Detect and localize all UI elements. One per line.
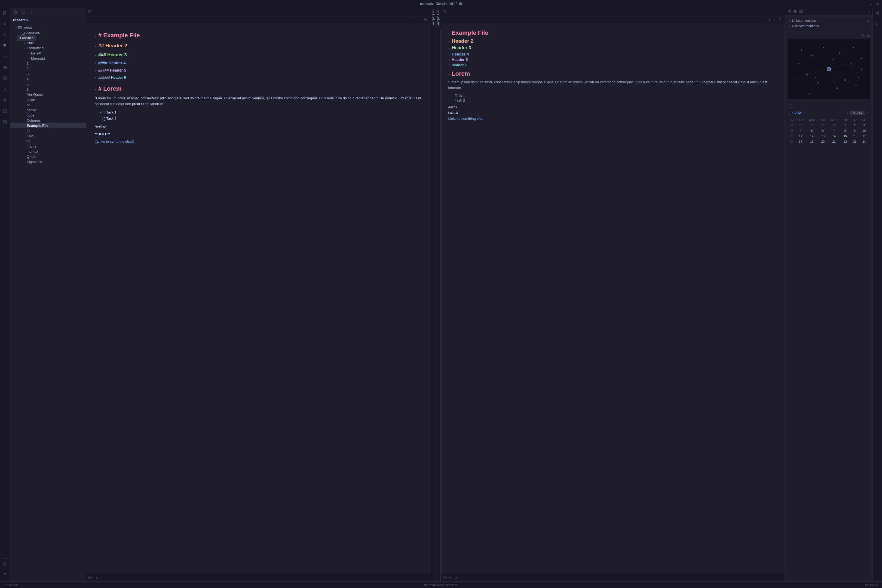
editor-tab-vertical[interactable]: Example File: [430, 8, 435, 30]
cal-day-20[interactable]: 20: [818, 139, 828, 144]
tree-item-notes[interactable]: ▸ notes Footlinks: [10, 35, 86, 40]
tree-item-1[interactable]: 1: [10, 61, 86, 66]
preview-tab-vertical[interactable]: Example File: [436, 8, 441, 30]
media-icon[interactable]: [2, 119, 8, 125]
right-sidebar-table-icon[interactable]: [799, 9, 803, 14]
tree-item-Fold[interactable]: Fold: [10, 134, 86, 138]
cal-day-13[interactable]: 13: [818, 134, 828, 139]
minimize-button[interactable]: —: [862, 2, 867, 6]
blocks-icon[interactable]: [2, 75, 8, 82]
h3-fold-arrow[interactable]: ▾: [95, 54, 96, 57]
h4-fold-arrow[interactable]: ▾: [95, 62, 96, 65]
cal-day-17[interactable]: 17: [859, 134, 869, 139]
prev-link[interactable]: Links to somthing else: [448, 117, 778, 121]
tree-item-code[interactable]: code: [10, 113, 86, 118]
tree-item-Example-File[interactable]: Example File: [10, 123, 86, 128]
preview-header-btn1[interactable]: ☰: [761, 18, 766, 22]
cal-day-23[interactable]: 23: [850, 139, 859, 144]
cal-day-14[interactable]: 14: [828, 134, 840, 139]
preview-pencil-btn[interactable]: ✏: [449, 576, 452, 580]
cal-day-10[interactable]: 10: [859, 128, 869, 134]
preview-header-btn3[interactable]: ↕: [772, 18, 776, 22]
cal-day-19[interactable]: 19: [806, 139, 818, 144]
tree-item-center[interactable]: center: [10, 108, 86, 113]
prev-h6-fold[interactable]: ▾: [448, 64, 450, 67]
cal-day-7[interactable]: 7: [828, 128, 840, 134]
tree-item-6[interactable]: 6: [10, 87, 86, 92]
cal-day-29[interactable]: 29: [818, 123, 828, 128]
cal-day-22[interactable]: 22: [840, 139, 850, 144]
cal-day-15-today[interactable]: 15: [840, 134, 850, 139]
tree-item-memex[interactable]: memex: [10, 149, 86, 154]
editor-search-btn[interactable]: [423, 17, 429, 22]
cal-day-24[interactable]: 24: [859, 139, 869, 144]
right-sidebar-outline-icon[interactable]: ☰: [794, 9, 797, 14]
h5-fold-arrow[interactable]: ▾: [95, 69, 96, 72]
file-explorer-icon[interactable]: [2, 42, 8, 49]
sidebar-new-file-button[interactable]: [12, 9, 18, 15]
cal-prev-btn[interactable]: ‹: [846, 111, 849, 116]
right-bar-graph-icon[interactable]: [874, 10, 880, 16]
cal-day-12[interactable]: 12: [806, 134, 818, 139]
right-bar-settings-icon[interactable]: ⚙: [874, 21, 880, 27]
history-icon[interactable]: [2, 32, 8, 38]
tree-item-Signature[interactable]: Signature: [10, 159, 86, 164]
graph-widget-icon[interactable]: [861, 33, 865, 38]
cal-day-5[interactable]: 5: [806, 128, 818, 134]
tags-icon[interactable]: <>: [2, 53, 8, 60]
calendar-icon[interactable]: [2, 108, 8, 114]
editor-link[interactable]: [[Links to somthing else]]: [95, 139, 422, 144]
tree-item-5[interactable]: 5: [10, 82, 86, 87]
tree-item-fn[interactable]: fn: [10, 128, 86, 134]
prev-h3-fold[interactable]: ▾: [448, 47, 450, 50]
cal-day-1[interactable]: 1: [840, 123, 850, 128]
help-icon[interactable]: ?: [2, 561, 8, 567]
tree-item-Formatting[interactable]: ▾ Formatting: [10, 45, 86, 51]
h2-fold-arrow[interactable]: ▾: [95, 45, 96, 48]
table-icon[interactable]: [2, 64, 8, 71]
prev-lorem-fold[interactable]: ▾: [448, 73, 450, 76]
sidebar-sort-button[interactable]: ↕: [28, 9, 35, 15]
maximize-button[interactable]: □: [869, 2, 873, 6]
cal-day-4[interactable]: 4: [795, 128, 806, 134]
tree-item-hr[interactable]: hr: [10, 138, 86, 144]
tree-item-LaTeX[interactable]: ▸ LaTeX: [10, 51, 86, 56]
settings-icon[interactable]: [2, 571, 8, 577]
h1-fold-arrow[interactable]: ▾: [95, 35, 96, 38]
cal-next-btn[interactable]: ›: [866, 111, 869, 116]
linked-mentions-row[interactable]: ▾ Linked mentions 0: [789, 18, 869, 23]
cal-day-27[interactable]: 27: [795, 123, 806, 128]
cal-day-8[interactable]: 8: [840, 128, 850, 134]
back-button[interactable]: ←: [2, 2, 6, 6]
preview-header-btn2[interactable]: T: [767, 18, 771, 22]
editor-content[interactable]: ▾ # Example File ▾ ## Header 2 ▾ ### Hea…: [86, 24, 430, 574]
prev-h2-fold[interactable]: ▾: [448, 40, 450, 43]
cal-day-16[interactable]: 16: [850, 134, 859, 139]
prev-h5-fold[interactable]: ▾: [448, 58, 450, 62]
tree-item-00_meta[interactable]: ▾ 00_meta: [10, 25, 86, 30]
h6-fold-arrow[interactable]: ▾: [95, 76, 96, 79]
tree-item-2[interactable]: 2: [10, 66, 86, 71]
tree-item-4[interactable]: 4: [10, 76, 86, 82]
preview-close-btn[interactable]: ✕: [454, 575, 459, 580]
prev-h4-fold[interactable]: ▾: [448, 53, 450, 56]
tree-item-Anki[interactable]: ▸ Anki: [10, 40, 86, 45]
preview-search-btn[interactable]: [777, 17, 783, 22]
cal-day-6[interactable]: 6: [818, 128, 828, 134]
editor-header-btn1[interactable]: ☰: [406, 18, 412, 22]
search-icon[interactable]: [2, 21, 8, 27]
cal-day-21[interactable]: 21: [828, 139, 840, 144]
tree-item-Quote[interactable]: Quote: [10, 154, 86, 159]
preview-dots-btn[interactable]: ⋯: [778, 575, 783, 580]
editor-header-btn3[interactable]: ↕: [418, 18, 422, 22]
cal-day-9[interactable]: 9: [850, 128, 859, 134]
tree-item-Airr-Quote[interactable]: Airr Quote: [10, 92, 86, 97]
right-sidebar-graph-icon[interactable]: [788, 9, 791, 14]
tree-item-aside[interactable]: aside: [10, 97, 86, 102]
cal-day-11[interactable]: 11: [795, 134, 806, 139]
sidebar-new-folder-button[interactable]: [20, 9, 27, 15]
cal-day-3[interactable]: 3: [859, 123, 869, 128]
unlinked-mentions-row[interactable]: ▸ Unlinked mentions: [789, 23, 869, 29]
tree-item-3[interactable]: 3: [10, 71, 86, 76]
editor-dots-btn[interactable]: ⋯: [424, 575, 429, 580]
